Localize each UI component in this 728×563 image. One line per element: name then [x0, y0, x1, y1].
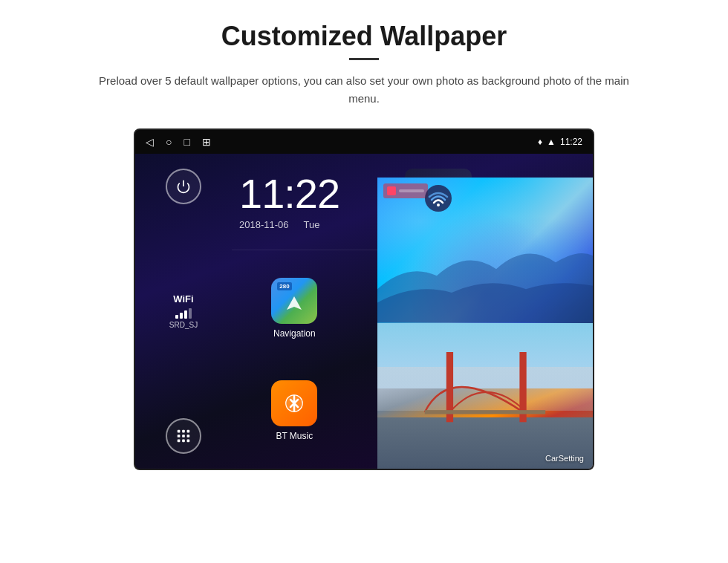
back-icon[interactable]: ◁ — [146, 136, 154, 148]
wifi-info: WiFi SRD_SJ — [169, 293, 198, 329]
btmusic-icon — [271, 380, 317, 426]
svg-rect-5 — [182, 435, 185, 437]
svg-rect-7 — [178, 440, 181, 443]
screenshot-icon[interactable]: ⊞ — [202, 136, 211, 148]
signal-bar-2 — [180, 313, 183, 319]
location-icon: ♦ — [538, 137, 542, 147]
clock-time: 11:22 — [239, 173, 339, 215]
media-icon — [423, 183, 453, 220]
power-button[interactable] — [166, 169, 201, 204]
btmusic-label: BT Music — [276, 431, 313, 441]
page-description: Preload over 5 default wallpaper options… — [97, 72, 631, 108]
status-bar: ◁ ○ □ ⊞ ♦ ▲ 11:22 — [135, 130, 593, 154]
svg-point-11 — [437, 204, 440, 206]
signal-bar-1 — [175, 315, 178, 319]
clock-date: 2018-11-06 Tue — [239, 219, 319, 230]
homescreen: WiFi SRD_SJ — [135, 154, 593, 469]
signal-bar-3 — [184, 310, 187, 319]
page-title: Customized Wallpaper — [221, 21, 507, 52]
left-sidebar: WiFi SRD_SJ — [135, 154, 232, 469]
wifi-label: WiFi — [173, 293, 193, 305]
clock-section: 11:22 2018-11-06 Tue — [239, 173, 339, 230]
home-icon[interactable]: ○ — [166, 136, 172, 148]
svg-rect-9 — [187, 440, 190, 443]
svg-rect-1 — [178, 430, 181, 433]
wallpaper-thumb-bridge[interactable]: CarSetting — [377, 323, 593, 469]
clock-day-value: Tue — [304, 219, 320, 230]
svg-point-10 — [425, 185, 452, 212]
svg-rect-2 — [182, 430, 185, 433]
svg-rect-6 — [187, 435, 190, 437]
wifi-ssid: SRD_SJ — [169, 321, 198, 329]
svg-rect-3 — [187, 430, 190, 433]
signal-bar-4 — [189, 308, 192, 319]
wallpaper-bridge-label: CarSetting — [545, 454, 584, 463]
time-display: 11:22 — [560, 137, 582, 147]
status-bar-right: ♦ ▲ 11:22 — [538, 137, 582, 147]
wallpaper-thumb-ice[interactable] — [377, 178, 593, 323]
device-frame: ◁ ○ □ ⊞ ♦ ▲ 11:22 — [134, 128, 594, 470]
svg-rect-8 — [182, 440, 185, 443]
navigation-label: Navigation — [273, 328, 316, 339]
svg-rect-4 — [178, 435, 181, 437]
app-item-btmusic[interactable]: BT Music — [239, 363, 350, 458]
status-bar-nav: ◁ ○ □ ⊞ — [146, 136, 211, 148]
apps-button[interactable] — [166, 418, 201, 454]
wallpaper-thumbnails: CarSetting — [377, 178, 593, 469]
clock-date-value: 2018-11-06 — [239, 219, 289, 230]
app-item-navigation[interactable]: 280 Navigation — [239, 261, 350, 356]
svg-rect-26 — [425, 410, 545, 414]
wifi-bars — [175, 307, 192, 319]
title-divider — [349, 58, 379, 60]
navigation-icon: 280 — [271, 278, 317, 324]
recents-icon[interactable]: □ — [183, 136, 189, 148]
signal-icon: ▲ — [547, 137, 556, 147]
page-container: Customized Wallpaper Preload over 5 defa… — [0, 0, 728, 563]
